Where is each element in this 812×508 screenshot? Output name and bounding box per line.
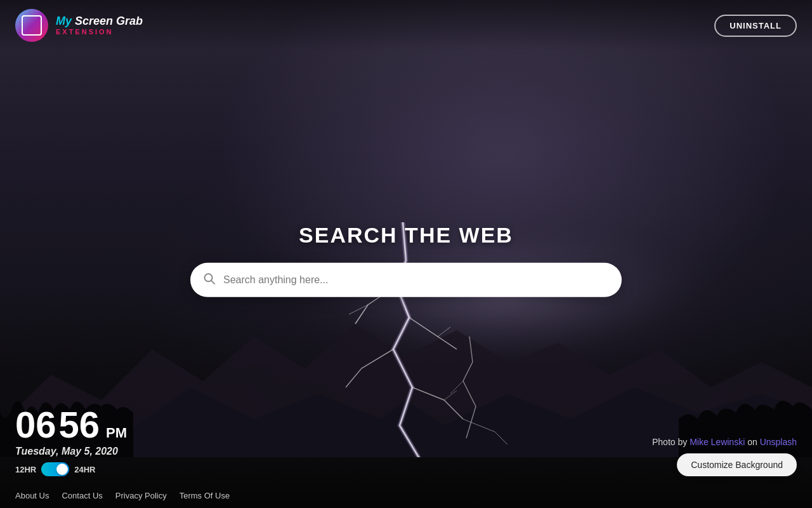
photo-author-link[interactable]: Mike Lewinski [690, 437, 745, 447]
date-date: May 5, 2020 [62, 446, 118, 457]
photo-source-link[interactable]: Unsplash [760, 437, 797, 447]
footer-link-terms[interactable]: Terms Of Use [180, 491, 230, 500]
bottom-right-area: Photo by Mike Lewinski on Unsplash Custo… [652, 437, 797, 476]
svg-line-4 [211, 280, 214, 283]
search-input[interactable] [223, 274, 609, 286]
time-toggle: 12HR 24HR [15, 462, 127, 476]
search-bar [190, 263, 622, 297]
logo-title: My Screen Grab [56, 15, 143, 28]
time-format-toggle[interactable] [41, 462, 69, 476]
date-day: Tuesday, [15, 446, 58, 457]
footer-link-privacy[interactable]: Privacy Policy [115, 491, 167, 500]
logo-rest: Screen Grab [75, 15, 143, 27]
toggle-24hr-label: 24HR [74, 465, 95, 474]
photo-prefix: Photo by [652, 437, 687, 447]
time-minutes: 56 [59, 406, 100, 443]
time-display: 06 56 PM [15, 406, 127, 443]
logo-my: My [56, 15, 72, 27]
footer-link-about[interactable]: About Us [15, 491, 49, 500]
time-hours: 06 [15, 406, 56, 443]
customize-background-button[interactable]: Customize Background [677, 453, 797, 476]
logo-text: My Screen Grab EXTENSION [56, 15, 143, 36]
logo-icon-frame [22, 15, 42, 36]
photo-connector: on [747, 437, 757, 447]
search-icon [203, 272, 216, 288]
logo-area: My Screen Grab EXTENSION [15, 9, 143, 42]
logo-subtitle: EXTENSION [56, 28, 143, 36]
footer: About Us Contact Us Privacy Policy Terms… [15, 491, 230, 500]
photo-credit: Photo by Mike Lewinski on Unsplash [652, 437, 797, 447]
toggle-12hr-label: 12HR [15, 465, 36, 474]
time-ampm: PM [106, 425, 127, 441]
logo-icon [15, 9, 48, 42]
main-content: SEARCH THE WEB [190, 223, 622, 297]
clock-area: 06 56 PM Tuesday, May 5, 2020 12HR 24HR [15, 406, 127, 476]
uninstall-button[interactable]: UNINSTALL [714, 15, 797, 37]
toggle-knob [56, 464, 68, 475]
search-title: SEARCH THE WEB [299, 223, 513, 248]
header: My Screen Grab EXTENSION UNINSTALL [0, 0, 812, 51]
footer-link-contact[interactable]: Contact Us [62, 491, 102, 500]
date-display: Tuesday, May 5, 2020 [15, 446, 127, 457]
